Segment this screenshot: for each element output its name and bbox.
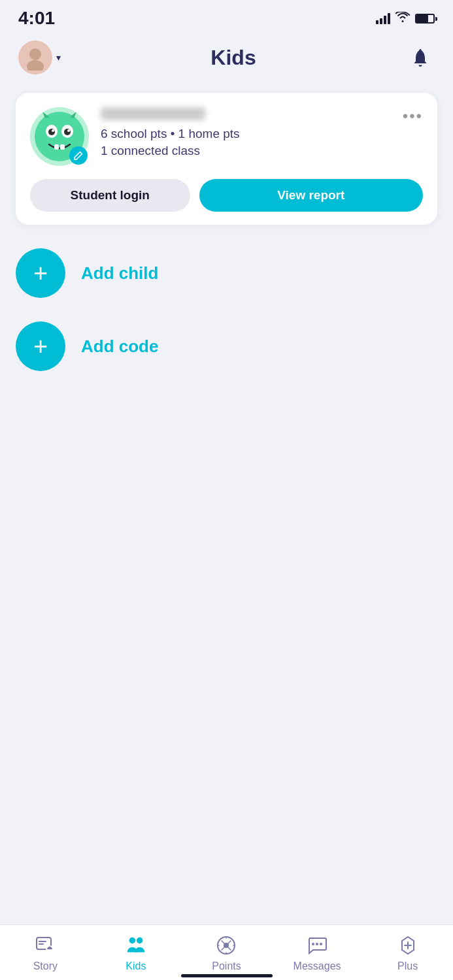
- story-icon: [34, 934, 56, 956]
- svg-point-6: [48, 129, 55, 135]
- status-bar: 4:01: [0, 0, 453, 34]
- messages-icon: [306, 934, 328, 956]
- notifications-button[interactable]: [406, 43, 435, 72]
- add-code-label: Add code: [81, 336, 158, 357]
- svg-point-9: [67, 129, 70, 132]
- nav-item-kids[interactable]: Kids: [110, 934, 162, 972]
- svg-point-7: [64, 129, 71, 135]
- svg-point-19: [312, 943, 314, 945]
- add-code-icon: +: [16, 321, 65, 371]
- kid-name-blurred: [101, 107, 205, 120]
- kid-card-top: 6 school pts • 1 home pts 1 connected cl…: [30, 107, 423, 166]
- svg-rect-11: [60, 144, 65, 150]
- chevron-down-icon: ▾: [56, 52, 61, 63]
- nav-item-story[interactable]: Story: [19, 934, 71, 972]
- avatar: [18, 41, 52, 74]
- kid-info: 6 school pts • 1 home pts 1 connected cl…: [101, 107, 397, 158]
- header: ▾ Kids: [0, 34, 453, 86]
- nav-item-points[interactable]: Points: [200, 934, 252, 972]
- kids-nav-label: Kids: [126, 960, 146, 972]
- svg-point-14: [49, 947, 51, 949]
- nav-item-plus[interactable]: Plus: [382, 934, 434, 972]
- plus-icon: [397, 934, 419, 956]
- add-code-button[interactable]: + Add code: [16, 321, 437, 371]
- battery-icon: [415, 14, 435, 24]
- points-icon: [215, 934, 237, 956]
- kids-icon: [125, 934, 147, 956]
- points-nav-label: Points: [212, 960, 241, 972]
- svg-rect-10: [54, 144, 59, 150]
- svg-point-0: [29, 48, 41, 60]
- home-indicator: [181, 974, 273, 977]
- svg-point-16: [137, 938, 143, 943]
- status-time: 4:01: [18, 8, 55, 29]
- signal-icon: [376, 12, 390, 24]
- add-child-icon: +: [16, 248, 65, 298]
- add-child-label: Add child: [81, 263, 158, 284]
- svg-point-15: [129, 938, 135, 943]
- kid-connected-class: 1 connected class: [101, 144, 397, 158]
- more-options-button[interactable]: •••: [397, 107, 423, 125]
- student-login-button[interactable]: Student login: [30, 179, 190, 212]
- svg-point-20: [316, 943, 318, 945]
- profile-button[interactable]: ▾: [18, 41, 61, 74]
- kid-avatar-wrapper: [30, 107, 89, 166]
- plus-nav-label: Plus: [397, 960, 418, 972]
- edit-avatar-button[interactable]: [69, 146, 88, 165]
- story-nav-label: Story: [33, 960, 58, 972]
- wifi-icon: [395, 12, 410, 25]
- add-child-button[interactable]: + Add child: [16, 248, 437, 298]
- svg-point-2: [420, 49, 422, 51]
- messages-nav-label: Messages: [294, 960, 341, 972]
- kid-card: 6 school pts • 1 home pts 1 connected cl…: [16, 93, 437, 225]
- view-report-button[interactable]: View report: [199, 179, 423, 212]
- svg-point-21: [320, 943, 322, 945]
- page-title: Kids: [210, 46, 256, 70]
- svg-point-8: [52, 129, 54, 132]
- main-content: 6 school pts • 1 home pts 1 connected cl…: [0, 86, 453, 401]
- kid-card-actions: Student login View report: [30, 179, 423, 212]
- kid-points: 6 school pts • 1 home pts: [101, 127, 397, 141]
- svg-point-1: [27, 60, 44, 71]
- status-icons: [376, 12, 435, 25]
- nav-item-messages[interactable]: Messages: [291, 934, 343, 972]
- bottom-nav: Story Kids Points: [0, 924, 453, 980]
